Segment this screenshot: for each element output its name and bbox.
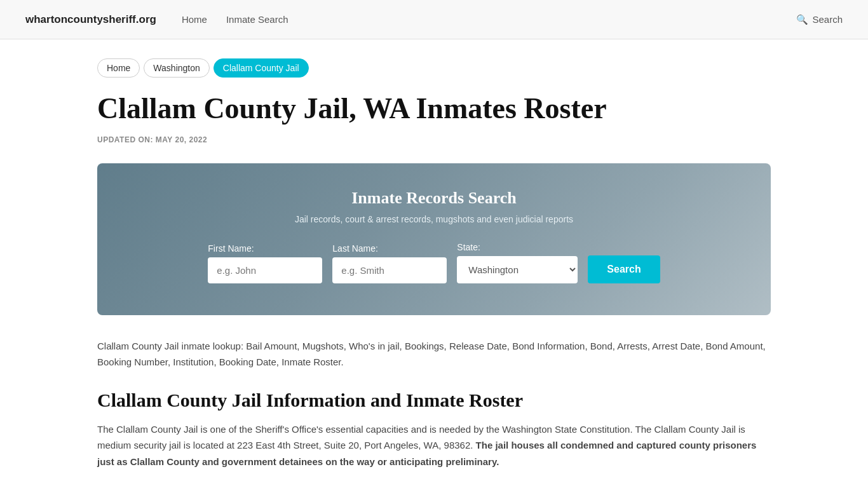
- navbar-search[interactable]: 🔍 Search: [796, 14, 843, 25]
- state-group: State: AlabamaAlaskaArizonaArkansasCalif…: [457, 242, 578, 283]
- inmate-records-search-box: Inmate Records Search Jail records, cour…: [97, 163, 771, 315]
- first-name-label: First Name:: [208, 243, 322, 254]
- navbar-search-label: Search: [812, 14, 843, 25]
- body-text: Clallam County Jail inmate lookup: Bail …: [97, 338, 771, 370]
- breadcrumb: Home Washington Clallam County Jail: [97, 58, 771, 78]
- first-name-input[interactable]: [208, 257, 322, 283]
- state-select[interactable]: AlabamaAlaskaArizonaArkansasCaliforniaCo…: [457, 256, 578, 283]
- section-heading: Clallam County Jail Information and Inma…: [97, 390, 771, 411]
- last-name-label: Last Name:: [332, 243, 447, 254]
- section-paragraph: The Clallam County Jail is one of the Sh…: [97, 421, 771, 470]
- first-name-group: First Name:: [208, 243, 322, 283]
- updated-on: UPDATED ON: MAY 20, 2022: [97, 135, 771, 144]
- search-button[interactable]: Search: [588, 255, 660, 283]
- main-container: Home Washington Clallam County Jail Clal…: [72, 39, 796, 488]
- navbar-links: Home Inmate Search: [182, 14, 771, 25]
- search-box-title: Inmate Records Search: [135, 189, 733, 208]
- last-name-group: Last Name:: [332, 243, 447, 283]
- search-box-subtitle: Jail records, court & arrest records, mu…: [135, 214, 733, 224]
- page-title: Clallam County Jail, WA Inmates Roster: [97, 93, 771, 125]
- search-icon: 🔍: [796, 14, 808, 25]
- navbar-brand[interactable]: whartoncountysheriff.org: [25, 13, 156, 26]
- nav-home-link[interactable]: Home: [182, 14, 207, 25]
- navbar: whartoncountysheriff.org Home Inmate Sea…: [0, 0, 868, 39]
- search-form: First Name: Last Name: State: AlabamaAla…: [135, 242, 733, 283]
- nav-inmate-search-link[interactable]: Inmate Search: [226, 14, 288, 25]
- state-label: State:: [457, 242, 578, 252]
- breadcrumb-home[interactable]: Home: [97, 58, 140, 78]
- last-name-input[interactable]: [332, 257, 447, 283]
- breadcrumb-washington[interactable]: Washington: [144, 58, 209, 78]
- breadcrumb-clallam[interactable]: Clallam County Jail: [214, 58, 309, 78]
